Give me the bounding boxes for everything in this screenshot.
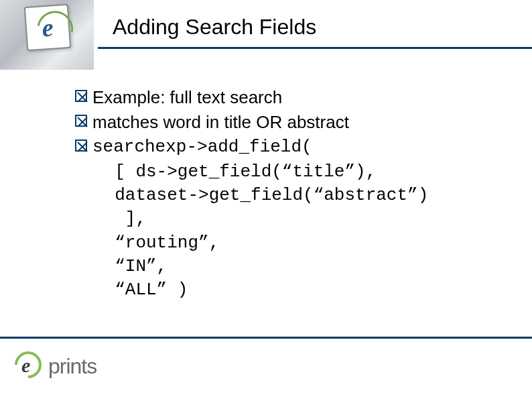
code-line: “IN”, [94,255,504,278]
checkbox-x-icon [75,115,87,127]
code-line: dataset->get_field(“abstract”) [94,184,504,207]
slide-content: Example: full text search matches word i… [75,86,504,302]
eprints-logo-box: e [24,4,71,51]
code-line: “routing”, [94,231,504,255]
bullet-item: matches word in title OR abstract [75,111,504,134]
eprints-logo-icon: e [15,351,44,381]
title-underline [98,47,532,49]
header-decorative-image: e [0,0,94,70]
code-line: ], [94,207,504,231]
checkbox-x-icon [75,90,87,102]
bullet-item: Example: full text search [75,86,504,109]
code-line: searchexp->add_field( [92,135,312,159]
footer-logo: e prints [15,348,129,384]
code-line: [ ds->get_field(“title”), [94,160,504,184]
slide-title: Adding Search Fields [113,15,316,40]
bullet-text: Example: full text search [92,86,282,109]
eprints-logo-e-icon: e [41,12,54,42]
footer-divider [0,337,532,339]
code-line: “ALL” ) [94,278,504,302]
checkbox-x-icon [75,139,87,152]
bullet-item-code: searchexp->add_field( [75,135,504,159]
footer-logo-text: prints [48,354,96,379]
footer-logo-letter: e [21,354,30,377]
bullet-text: matches word in title OR abstract [92,111,349,134]
